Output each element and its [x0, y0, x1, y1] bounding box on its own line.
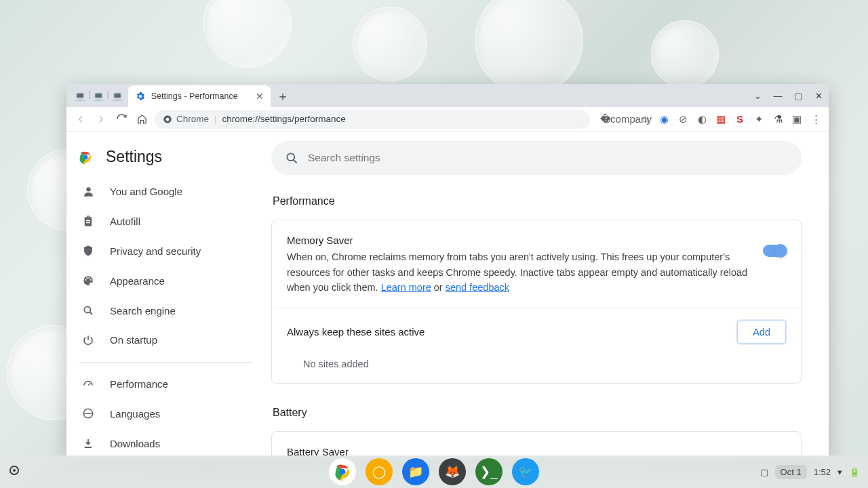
sidepanel-icon[interactable]: ▣: [791, 113, 803, 125]
tab-strip: 💻| 💻| 💻 Settings - Performance ✕ ＋ ⌄ — ▢…: [66, 84, 829, 107]
memory-saver-row: Memory Saver When on, Chrome reclaims me…: [272, 220, 801, 308]
sidebar-item-search-engine[interactable]: Search engine: [66, 296, 263, 325]
url-text: chrome://settings/performance: [222, 114, 346, 124]
no-sites-message: No sites added: [272, 356, 801, 383]
bookmark-star-icon[interactable]: ☆: [639, 113, 651, 125]
add-site-button[interactable]: Add: [737, 321, 786, 344]
address-bar[interactable]: Chrome | chrome://settings/performance: [155, 110, 590, 129]
maximize-icon[interactable]: ▢: [792, 91, 804, 101]
sidebar-item-downloads[interactable]: Downloads: [66, 428, 263, 458]
sidebar-item-appearance[interactable]: Appearance: [66, 266, 263, 296]
memory-saver-toggle[interactable]: [763, 245, 786, 257]
svg-point-9: [287, 153, 294, 161]
toolbar: Chrome | chrome://settings/performance ⊕…: [66, 107, 829, 131]
pinned-tab-icon[interactable]: 💻: [93, 91, 104, 101]
active-tab[interactable]: Settings - Performance ✕: [128, 85, 271, 107]
toolbar-actions: ⊕ �company ☆ ◉ ⊘ ◐ ▦ S ✦ ⚗ ▣ ⋮: [595, 113, 822, 125]
section-title-performance: Performance: [273, 195, 802, 207]
person-icon: [81, 185, 95, 198]
shelf-apps: ◯ 📁 🦊 ❯_ 🐦: [329, 458, 539, 485]
shield-icon: [81, 245, 95, 257]
new-tab-button[interactable]: ＋: [273, 87, 292, 106]
search-icon: [81, 304, 95, 317]
pinned-tab-icon[interactable]: 💻: [112, 91, 123, 101]
minimize-icon[interactable]: —: [772, 91, 784, 101]
palette-icon: [81, 274, 95, 287]
os-shelf: ◯ 📁 🦊 ❯_ 🐦 ▢ Oct 1 1:52 ▾ 🔋: [0, 455, 868, 488]
tray-time: 1:52: [814, 467, 831, 477]
extension-icon[interactable]: ▦: [715, 113, 727, 125]
download-icon: [81, 437, 95, 449]
sidebar-item-you-and-google[interactable]: You and Google: [66, 177, 263, 207]
power-icon: [81, 334, 95, 346]
sidebar-item-autofill[interactable]: Autofill: [66, 207, 263, 237]
extension-icon[interactable]: ◐: [696, 113, 708, 125]
tray-square-icon: ▢: [760, 467, 768, 477]
extensions-puzzle-icon[interactable]: ✦: [753, 113, 765, 125]
section-title-battery: Battery: [273, 407, 802, 419]
twitter-app-icon[interactable]: 🐦: [512, 458, 539, 485]
battery-saver-row: Battery Saver: [272, 432, 801, 458]
settings-search[interactable]: [271, 141, 802, 175]
extension-icon[interactable]: S: [734, 113, 746, 125]
forward-button[interactable]: [94, 112, 108, 127]
memory-saver-desc: When on, Chrome reclaims memory from tab…: [287, 251, 747, 293]
tray-date: Oct 1: [775, 465, 807, 479]
close-window-icon[interactable]: ✕: [812, 91, 825, 101]
memory-saver-title: Memory Saver: [287, 232, 751, 248]
share-icon[interactable]: �company: [620, 113, 632, 125]
browser-window: 💻| 💻| 💻 Settings - Performance ✕ ＋ ⌄ — ▢…: [66, 84, 829, 458]
launcher-button[interactable]: [0, 466, 19, 478]
extension-icon[interactable]: ◉: [658, 113, 670, 125]
battery-card: Battery Saver: [271, 431, 802, 458]
files-app-icon[interactable]: 📁: [402, 458, 429, 485]
canary-app-icon[interactable]: ◯: [366, 458, 393, 485]
battery-icon: 🔋: [849, 467, 860, 477]
tab-title: Settings - Performance: [151, 92, 238, 101]
clipboard-icon: [81, 216, 95, 228]
send-feedback-link[interactable]: send feedback: [446, 282, 509, 293]
settings-gear-icon: [135, 91, 146, 102]
chrome-chip-icon: [163, 115, 172, 124]
sidebar-separator: [79, 362, 251, 363]
chrome-logo-icon: [77, 149, 94, 165]
terminal-app-icon[interactable]: ❯_: [475, 458, 502, 485]
sidebar-item-on-startup[interactable]: On startup: [66, 325, 263, 355]
settings-search-input[interactable]: [308, 152, 788, 164]
window-controls: ⌄ — ▢ ✕: [751, 84, 825, 107]
learn-more-link[interactable]: Learn more: [381, 282, 431, 293]
chrome-chip: Chrome: [163, 114, 209, 124]
svg-point-7: [84, 306, 90, 312]
svg-point-5: [83, 155, 87, 159]
back-button[interactable]: [73, 112, 88, 127]
sidebar-item-languages[interactable]: Languages: [66, 399, 263, 428]
settings-content: Settings You and Google Autofill Privacy…: [66, 131, 829, 458]
extension-icon[interactable]: ⊘: [677, 113, 689, 125]
speedometer-icon: [81, 378, 95, 390]
wifi-icon: ▾: [837, 467, 842, 477]
performance-card: Memory Saver When on, Chrome reclaims me…: [271, 220, 802, 384]
settings-main: Performance Memory Saver When on, Chrome…: [263, 131, 829, 458]
app-icon[interactable]: 🦊: [439, 458, 466, 485]
home-button[interactable]: [134, 112, 149, 127]
launcher-icon: [9, 466, 19, 475]
svg-point-11: [340, 469, 346, 475]
globe-icon: [81, 407, 95, 420]
sidebar-item-performance[interactable]: Performance: [66, 369, 263, 399]
settings-brand: Settings: [66, 144, 263, 177]
labs-flask-icon[interactable]: ⚗: [772, 113, 784, 125]
search-icon: [285, 151, 298, 165]
system-tray[interactable]: ▢ Oct 1 1:52 ▾ 🔋: [760, 465, 868, 479]
svg-point-1: [166, 117, 170, 121]
settings-sidebar: Settings You and Google Autofill Privacy…: [66, 131, 263, 458]
reload-button[interactable]: [114, 112, 129, 127]
tab-search-icon[interactable]: ⌄: [751, 91, 764, 101]
pinned-tabs: 💻| 💻| 💻: [72, 89, 125, 107]
settings-title: Settings: [106, 148, 162, 166]
keep-active-title: Always keep these sites active: [287, 324, 725, 340]
menu-dots-icon[interactable]: ⋮: [810, 113, 822, 125]
sidebar-item-privacy[interactable]: Privacy and security: [66, 237, 263, 266]
chrome-app-icon[interactable]: [329, 458, 356, 485]
close-tab-icon[interactable]: ✕: [256, 91, 264, 102]
pinned-tab-icon[interactable]: 💻: [75, 91, 85, 101]
